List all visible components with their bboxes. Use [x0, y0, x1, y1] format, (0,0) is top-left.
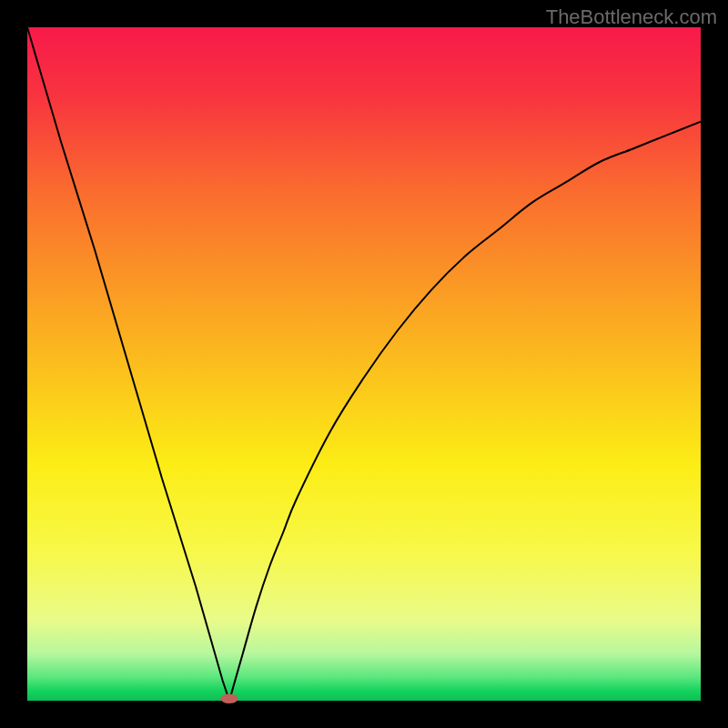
bottleneck-curve	[27, 27, 701, 701]
watermark-text: TheBottleneck.com	[546, 5, 717, 29]
minimum-marker	[220, 694, 238, 703]
chart-frame: TheBottleneck.com	[0, 0, 728, 728]
plot-area	[27, 27, 701, 701]
curve-layer	[27, 27, 701, 701]
